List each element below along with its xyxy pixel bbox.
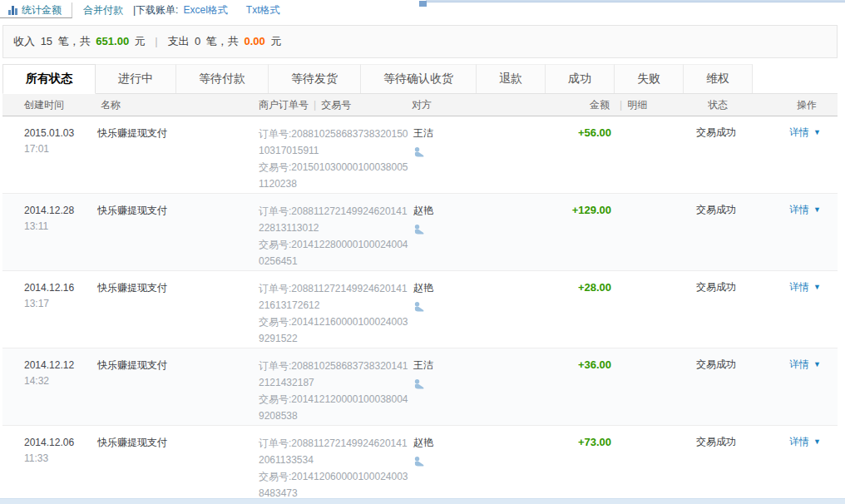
created-date: 2014.12.06: [21, 435, 97, 451]
tab-status-7[interactable]: 失败: [615, 64, 684, 93]
counterparty-name: 王洁: [413, 358, 518, 373]
cropped-bottom-edge: [0, 498, 845, 504]
created-clock: 11:33: [21, 451, 97, 467]
contact-person-icon[interactable]: [413, 301, 425, 318]
tab-status-6[interactable]: 成功: [546, 64, 615, 93]
caret-down-icon: ▼: [813, 280, 821, 294]
amount: +73.00: [518, 435, 611, 502]
transaction-status: 交易成功: [660, 280, 773, 348]
merchant-order-no: 订单号:20881127214992462014122813113012: [259, 203, 408, 236]
download-bill-label: |下载账单:: [133, 2, 178, 18]
caret-down-icon: ▼: [813, 358, 821, 372]
detail-cell: [611, 126, 660, 193]
header-amount: 金额: [518, 98, 611, 112]
transaction-name: 快乐赚提现支付: [97, 435, 254, 502]
transaction-row: 2014.12.16 13:17 快乐赚提现支付 订单号:20881127214…: [2, 271, 838, 348]
trade-no: 交易号:2014121200001000380049208538: [259, 391, 408, 424]
created-clock: 13:17: [21, 296, 97, 312]
counterparty-name: 赵艳: [413, 280, 518, 296]
counterparty-name: 赵艳: [413, 203, 518, 219]
created-date: 2014.12.16: [21, 280, 97, 296]
transaction-row: 2014.12.06 11:33 快乐赚提现支付 订单号:20881127214…: [2, 426, 838, 503]
yuan-label-1: 元: [135, 35, 146, 47]
action-cell: 详情▼: [773, 126, 838, 193]
status-tabs: 所有状态进行中等待付款等待发货等待确认收货退款成功失败维权: [2, 64, 838, 94]
transaction-records-page: 统计金额 合并付款 |下载账单: Excel格式 Txt格式 收入 15 笔，共…: [0, 0, 845, 504]
transaction-row: 2015.01.03 17:01 快乐赚提现支付 订单号:20881025868…: [2, 116, 838, 194]
detail-cell: [611, 435, 660, 502]
merchant-order-no: 订单号:20881127214992462014121613172612: [259, 280, 408, 314]
income-count: 15: [41, 35, 52, 47]
header-pipe-1: |: [314, 99, 316, 111]
txt-format-link[interactable]: Txt格式: [246, 2, 280, 18]
merchant-order-no: 订单号:2088112721499246201412061133534: [259, 435, 408, 468]
tab-status-3[interactable]: 等待发货: [269, 64, 361, 93]
transaction-status: 交易成功: [660, 358, 773, 425]
contact-person-icon[interactable]: [413, 456, 425, 472]
created-date: 2014.12.28: [21, 203, 97, 219]
detail-link[interactable]: 详情▼: [789, 281, 821, 293]
transaction-name: 快乐赚提现支付: [97, 358, 254, 425]
contact-person-icon[interactable]: [413, 224, 425, 240]
trade-no: 交易号:2015010300001000380051120238: [259, 159, 408, 192]
detail-link[interactable]: 详情▼: [789, 358, 821, 370]
header-merchant-order-no: 商户订单号: [259, 99, 309, 111]
caret-down-icon: ▼: [813, 435, 821, 449]
tab-status-5[interactable]: 退款: [477, 64, 546, 93]
header-detail: |明细: [611, 98, 660, 112]
contact-person-icon[interactable]: [413, 146, 425, 163]
detail-cell: [611, 203, 660, 270]
caret-down-icon: ▼: [813, 203, 821, 217]
caret-down-icon: ▼: [813, 126, 821, 140]
detail-link[interactable]: 详情▼: [789, 436, 821, 447]
expense-label: 支出: [167, 35, 189, 47]
header-order-trade: 商户订单号|交易号: [254, 98, 408, 112]
header-action: 操作: [773, 98, 838, 112]
counterparty-cell: 王洁: [408, 126, 518, 193]
order-numbers-cell: 订单号:2088102586837383201412121432187 交易号:…: [254, 358, 408, 425]
transaction-name: 快乐赚提现支付: [97, 203, 254, 270]
header-counterparty: 对方: [408, 98, 518, 112]
expense-amount: 0.00: [244, 35, 264, 47]
expense-count: 0: [195, 35, 200, 47]
tab-status-8[interactable]: 维权: [684, 64, 753, 93]
header-status: 状态: [660, 98, 773, 112]
merge-payment-link[interactable]: 合并付款: [83, 2, 123, 18]
expense-unit-label: 笔，共: [206, 35, 239, 47]
detail-link[interactable]: 详情▼: [789, 126, 821, 138]
stats-amount-button[interactable]: 统计金额: [0, 2, 72, 18]
table-header: 创建时间 名称 商户订单号|交易号 对方 金额 |明细 状态 操作: [2, 94, 838, 116]
tab-status-4[interactable]: 等待确认收货: [361, 64, 477, 93]
amount: +28.00: [518, 280, 611, 348]
trade-no: 交易号:2014121600001000240039291522: [259, 314, 408, 347]
amount: +129.00: [518, 203, 611, 270]
stats-amount-label: 统计金额: [22, 3, 62, 17]
counterparty-cell: 赵艳: [408, 280, 518, 348]
created-time-cell: 2014.12.12 14:32: [21, 358, 97, 425]
tab-status-2[interactable]: 等待付款: [176, 64, 269, 93]
created-clock: 13:11: [21, 219, 97, 235]
tab-status-1[interactable]: 进行中: [96, 64, 176, 93]
detail-cell: [611, 358, 660, 425]
summary-divider: |: [155, 35, 157, 47]
transaction-row: 2014.12.28 13:11 快乐赚提现支付 订单号:20881127214…: [2, 194, 838, 271]
income-unit-label: 笔，共: [58, 35, 91, 47]
detail-link[interactable]: 详情▼: [789, 204, 821, 215]
income-label: 收入: [13, 35, 35, 47]
contact-person-icon[interactable]: [413, 378, 425, 395]
header-name: 名称: [97, 98, 254, 112]
created-clock: 17:01: [21, 141, 97, 157]
order-numbers-cell: 订单号:2088112721499246201412061133534 交易号:…: [254, 435, 408, 502]
tab-status-0[interactable]: 所有状态: [2, 64, 96, 94]
transaction-status: 交易成功: [660, 203, 773, 270]
merchant-order-no: 订单号:2088102586837383201412121432187: [259, 358, 408, 391]
merchant-order-no: 订单号:20881025868373832015010317015911: [259, 126, 408, 159]
counterparty-name: 王洁: [413, 126, 518, 141]
trade-no: 交易号:2014122800001000240040256451: [259, 236, 408, 269]
excel-format-link[interactable]: Excel格式: [183, 2, 227, 18]
created-time-cell: 2014.12.06 11:33: [21, 435, 97, 502]
order-numbers-cell: 订单号:20881127214992462014121613172612 交易号…: [254, 280, 408, 348]
trade-no: 交易号:2014120600001000240038483473: [259, 468, 408, 502]
cropped-top-edge-nub: [419, 1, 427, 7]
action-cell: 详情▼: [773, 280, 838, 348]
